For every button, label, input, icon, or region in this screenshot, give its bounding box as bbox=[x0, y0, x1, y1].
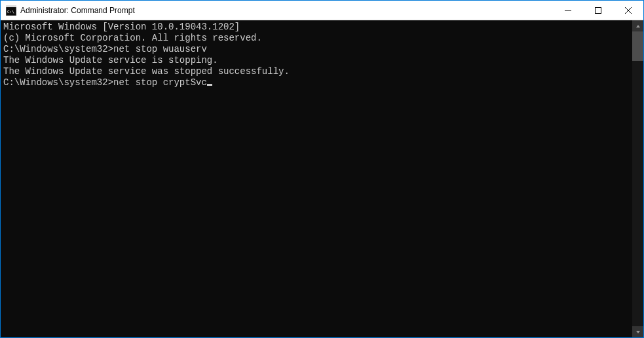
window-title: Administrator: Command Prompt bbox=[20, 6, 553, 15]
output-line: (c) Microsoft Corporation. All rights re… bbox=[3, 33, 631, 44]
minimize-button[interactable] bbox=[553, 1, 583, 20]
scrollbar-track[interactable] bbox=[632, 31, 643, 326]
output-line: The Windows Update service is stopping. bbox=[3, 55, 631, 66]
output-line: Microsoft Windows [Version 10.0.19043.12… bbox=[3, 22, 631, 33]
terminal-output[interactable]: Microsoft Windows [Version 10.0.19043.12… bbox=[1, 20, 632, 337]
scroll-down-button[interactable] bbox=[632, 326, 643, 337]
command-text: C:\Windows\system32>net stop cryptSvc bbox=[3, 77, 207, 88]
terminal-area: Microsoft Windows [Version 10.0.19043.12… bbox=[1, 20, 643, 337]
svg-text:C:\: C:\ bbox=[7, 9, 14, 14]
svg-rect-4 bbox=[596, 7, 601, 13]
text-cursor bbox=[207, 84, 212, 86]
scroll-up-button[interactable] bbox=[632, 20, 643, 31]
window-controls bbox=[553, 1, 643, 20]
close-button[interactable] bbox=[613, 1, 643, 20]
output-line: The Windows Update service was stopped s… bbox=[3, 66, 631, 77]
svg-rect-1 bbox=[6, 5, 16, 7]
current-command-line: C:\Windows\system32>net stop cryptSvc bbox=[3, 77, 212, 88]
maximize-button[interactable] bbox=[583, 1, 613, 20]
svg-marker-8 bbox=[636, 331, 640, 333]
scrollbar-thumb[interactable] bbox=[632, 31, 643, 61]
vertical-scrollbar[interactable] bbox=[632, 20, 643, 337]
svg-marker-7 bbox=[636, 25, 640, 28]
command-line: C:\Windows\system32>net stop wuauserv bbox=[3, 44, 631, 55]
command-prompt-window: C:\ Administrator: Command Prompt Micros… bbox=[1, 1, 643, 337]
titlebar[interactable]: C:\ Administrator: Command Prompt bbox=[1, 1, 643, 20]
cmd-icon: C:\ bbox=[6, 5, 16, 16]
